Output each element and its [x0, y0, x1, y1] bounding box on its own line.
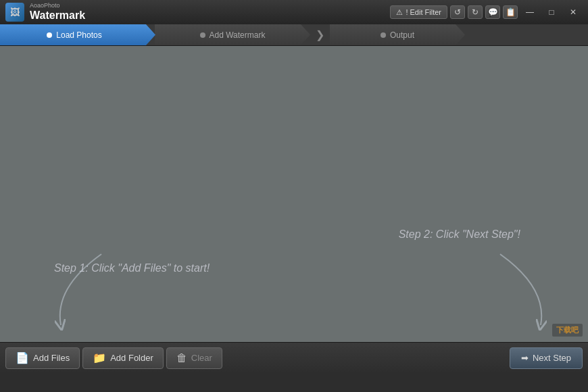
bottom-toolbar: 📄 Add Files 📁 Add Folder 🗑 Clear ➡ Next …: [0, 342, 588, 373]
clear-label: Clear: [191, 353, 212, 363]
hint-text-step1: Step 1: Click "Add Files" to start!: [54, 262, 210, 274]
add-files-label: Add Files: [33, 353, 70, 363]
next-step-button[interactable]: ➡ Next Step: [510, 347, 583, 369]
step-dot-1: [47, 32, 52, 38]
warning-icon: ⚠: [396, 8, 403, 17]
clear-icon: 🗑: [176, 352, 187, 364]
clear-button[interactable]: 🗑 Clear: [166, 347, 222, 369]
tab-output-label: Output: [390, 30, 414, 40]
tab-output[interactable]: Output: [330, 24, 465, 45]
chat-button[interactable]: 💬: [485, 5, 500, 19]
hint-text-step2: Step 2: Click "Next Step"!: [399, 228, 520, 241]
tab-add-watermark-label: Add Watermark: [210, 30, 266, 40]
maximize-button[interactable]: □: [542, 5, 561, 19]
app-main-title: Watermark: [30, 9, 85, 22]
step-arrow: ❯: [310, 24, 330, 45]
app-title-block: AoaoPhoto Watermark: [30, 3, 85, 21]
edit-filter-label: ! Edit Filter: [406, 8, 441, 16]
add-files-button[interactable]: 📄 Add Files: [5, 347, 80, 369]
redo-button[interactable]: ↻: [468, 5, 483, 19]
tab-add-watermark[interactable]: Add Watermark: [155, 24, 310, 45]
app-subtitle: AoaoPhoto: [30, 3, 85, 9]
app-identity: 🖼 AoaoPhoto Watermark: [5, 3, 85, 22]
add-folder-icon: 📁: [93, 351, 106, 364]
app-logo: 🖼: [5, 3, 24, 22]
add-folder-button[interactable]: 📁 Add Folder: [82, 347, 164, 369]
minimize-button[interactable]: —: [520, 5, 539, 19]
clipboard-button[interactable]: 📋: [503, 5, 518, 19]
title-bar: 🖼 AoaoPhoto Watermark ⚠ ! Edit Filter ↺ …: [0, 0, 588, 24]
next-step-arrow-icon: ➡: [521, 353, 529, 363]
arrow-add-files: [41, 247, 122, 335]
tab-load-photos[interactable]: Load Photos: [0, 24, 155, 45]
next-step-label: Next Step: [533, 353, 571, 363]
tab-load-photos-label: Load Photos: [56, 30, 101, 40]
step-dot-2: [200, 32, 205, 38]
main-content-area: Step 1: Click "Add Files" to start! Step…: [0, 46, 588, 342]
edit-filter-button[interactable]: ⚠ ! Edit Filter: [390, 5, 447, 19]
add-folder-label: Add Folder: [110, 353, 153, 363]
arrow-next-step: [480, 247, 561, 335]
window-controls: ⚠ ! Edit Filter ↺ ↻ 💬 📋 — □ ✕: [390, 5, 583, 19]
undo-button[interactable]: ↺: [450, 5, 465, 19]
step-dot-3: [381, 32, 386, 38]
step-tabs: Load Photos Add Watermark ❯ Output: [0, 24, 588, 46]
add-files-icon: 📄: [16, 351, 29, 364]
close-button[interactable]: ✕: [564, 5, 583, 19]
watermark-badge: 下载吧: [552, 324, 583, 337]
